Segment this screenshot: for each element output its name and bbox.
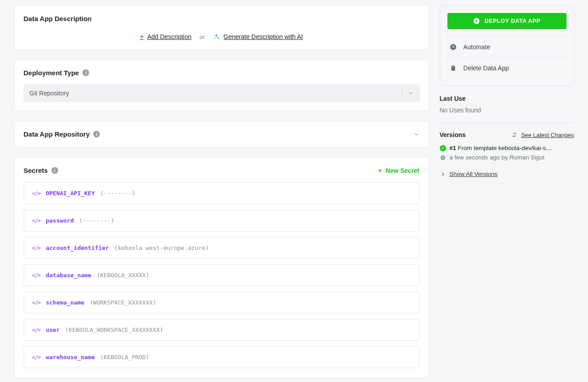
clock-icon: [440, 155, 446, 161]
new-secret-button[interactable]: + New Secret: [378, 167, 420, 174]
code-icon: </>: [32, 218, 41, 224]
add-description-label: Add Description: [147, 33, 192, 40]
actions-panel: DEPLOY DATA APP Automate Delete Data App: [440, 5, 574, 86]
secret-value: (········): [79, 217, 114, 224]
info-icon[interactable]: i: [52, 167, 58, 174]
plus-icon: +: [378, 167, 382, 174]
secret-row[interactable]: </>warehouse_name(KEBOOLA_PROD): [24, 346, 420, 368]
deployment-type-select[interactable]: Git Repository: [24, 85, 420, 102]
deploy-button[interactable]: DEPLOY DATA APP: [447, 13, 567, 29]
chevron-down-icon[interactable]: [413, 131, 420, 137]
chevron-right-icon: [440, 171, 446, 177]
code-icon: </>: [32, 190, 41, 197]
delete-label: Delete Data App: [464, 64, 509, 72]
version-desc: From template keboola-dev/kai-sql...: [458, 145, 552, 151]
secret-name: schema_name: [46, 299, 84, 306]
code-icon: </>: [32, 272, 41, 279]
swap-icon: [511, 132, 518, 138]
see-changes-label: See Latest Changes: [521, 132, 574, 138]
chevron-down-icon: [408, 90, 414, 96]
description-title: Data App Description: [24, 15, 420, 22]
sparkle-icon: [213, 33, 220, 40]
deployment-title: Deployment Type i: [24, 69, 420, 77]
secrets-title: Secrets i: [24, 167, 58, 174]
secret-name: account_identifier: [46, 245, 109, 251]
version-item[interactable]: #1 From template keboola-dev/kai-sql...: [440, 145, 574, 151]
last-use-title: Last Use: [440, 95, 574, 102]
secrets-card: Secrets i + New Secret </>OPENAI_API_KEY…: [14, 157, 429, 378]
secret-row[interactable]: </>schema_name(WORKSPACE_XXXXXXX): [24, 292, 420, 313]
delete-button[interactable]: Delete Data App: [447, 57, 567, 78]
add-description-button[interactable]: + Add Description: [140, 33, 192, 40]
secret-name: user: [46, 326, 60, 333]
plus-icon: +: [140, 33, 144, 40]
secret-row[interactable]: </>database_name(KEBOOLA_XXXXX): [24, 264, 420, 286]
check-circle-icon: [440, 145, 446, 151]
code-icon: </>: [32, 300, 41, 306]
secret-value: (KEBOOLA_PROD): [100, 354, 150, 361]
versions-title: Versions: [440, 131, 466, 138]
generate-ai-button[interactable]: Generate Description with AI: [213, 33, 303, 40]
versions-block: Versions See Latest Changes #1 From temp…: [440, 123, 574, 179]
version-time: a few seconds ago by Roman Sigut: [450, 154, 545, 161]
secret-row[interactable]: </>password(········): [24, 210, 420, 232]
secret-row[interactable]: </>OPENAI_API_KEY(········): [24, 182, 420, 204]
last-use-block: Last Use No Uses found: [440, 95, 574, 114]
secret-row[interactable]: </>user(KEBOOLA_WORKSPACE_XXXXXXXX): [24, 319, 420, 341]
code-icon: </>: [32, 245, 41, 251]
info-icon[interactable]: i: [82, 69, 89, 76]
description-card: Data App Description + Add Description o…: [14, 5, 429, 50]
automate-label: Automate: [464, 43, 490, 51]
secret-value: (KEBOOLA_XXXXX): [97, 272, 149, 279]
secret-name: warehouse_name: [46, 354, 95, 361]
info-icon[interactable]: i: [93, 131, 100, 137]
secret-name: password: [46, 217, 74, 224]
secret-value: (WORKSPACE_XXXXXXX): [90, 299, 156, 306]
secret-value: (keboola.west-europe.azure): [114, 245, 209, 251]
secret-name: OPENAI_API_KEY: [46, 190, 95, 197]
or-text: or: [200, 34, 205, 40]
code-icon: </>: [32, 327, 41, 333]
show-all-label: Show All Versions: [450, 171, 498, 177]
new-secret-label: New Secret: [386, 167, 419, 174]
play-circle-icon: [473, 17, 480, 25]
secret-name: database_name: [46, 272, 91, 279]
code-icon: </>: [32, 354, 41, 361]
version-number: #1: [450, 145, 456, 151]
see-changes-button[interactable]: See Latest Changes: [511, 132, 574, 138]
automate-button[interactable]: Automate: [447, 37, 567, 57]
repository-title: Data App Repository i: [24, 130, 100, 138]
deploy-label: DEPLOY DATA APP: [485, 18, 541, 24]
trash-icon: [449, 64, 457, 72]
clock-icon: [449, 43, 457, 51]
secret-value: (········): [100, 190, 135, 197]
show-all-versions-button[interactable]: Show All Versions: [440, 171, 498, 177]
generate-ai-label: Generate Description with AI: [223, 33, 303, 40]
deployment-type-card: Deployment Type i Git Repository: [14, 60, 429, 111]
secret-value: (KEBOOLA_WORKSPACE_XXXXXXXX): [65, 326, 163, 333]
repository-card[interactable]: Data App Repository i: [14, 121, 429, 147]
version-time-row: a few seconds ago by Roman Sigut: [440, 154, 574, 161]
last-use-status: No Uses found: [440, 107, 574, 114]
secret-row[interactable]: </>account_identifier(keboola.west-europ…: [24, 237, 420, 259]
deployment-selected: Git Repository: [30, 90, 69, 97]
